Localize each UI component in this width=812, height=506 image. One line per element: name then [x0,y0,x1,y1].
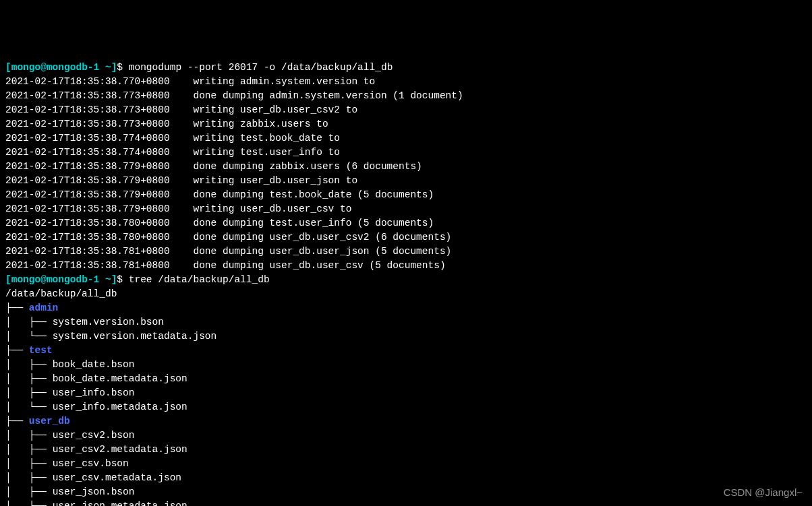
tree-branch-icon: │ ├── [5,444,53,455]
terminal-line: [mongo@mongodb-1 ~]$ tree /data/backup/a… [5,273,807,287]
terminal-line: 2021-02-17T18:35:38.779+0800 writing use… [5,174,807,188]
terminal-line: │ ├── system.version.bson [5,315,807,329]
shell-prompt: [mongo@mongodb-1 ~]$ [5,274,129,285]
tree-branch-icon: │ └── [5,402,53,412]
terminal-line: 2021-02-17T18:35:38.779+0800 done dumpin… [5,188,807,202]
terminal-line: │ └── user_json.metadata.json [5,499,807,506]
terminal-line: 2021-02-17T18:35:38.781+0800 done dumpin… [5,259,807,273]
prompt-user: mongo [11,274,41,285]
terminal-line: │ ├── user_csv2.metadata.json [5,443,807,457]
log-message: writing zabbix.users to [193,119,328,129]
tree-branch-icon: │ ├── [5,387,53,398]
tree-file: user_csv2.bson [53,430,135,441]
prompt-at: @ [40,62,47,73]
prompt-host: mongodb-1 [47,62,99,73]
log-timestamp: 2021-02-17T18:35:38.779+0800 [5,189,170,200]
prompt-open: [ [5,274,11,285]
tree-file: system.version.metadata.json [53,331,217,342]
tree-file: system.version.bson [53,317,164,327]
terminal-line: │ ├── user_json.bson [5,485,807,499]
terminal-line: │ ├── book_date.metadata.json [5,372,807,386]
log-timestamp: 2021-02-17T18:35:38.779+0800 [5,203,170,214]
shell-prompt: [mongo@mongodb-1 ~]$ [5,62,129,73]
terminal-line: 2021-02-17T18:35:38.774+0800 writing tes… [5,146,807,160]
tree-branch-icon: ├── [5,345,29,356]
tree-file: book_date.metadata.json [53,373,187,384]
log-timestamp: 2021-02-17T18:35:38.780+0800 [5,232,170,243]
command-input[interactable]: tree /data/backup/all_db [129,274,270,285]
log-message: writing test.book_date to [193,133,340,144]
terminal-line: │ ├── user_csv2.bson [5,429,807,443]
tree-file: user_csv.bson [53,458,129,469]
tree-root: /data/backup/all_db [5,288,117,299]
tree-branch-icon: │ ├── [5,486,53,497]
terminal-line: │ ├── user_csv.bson [5,457,807,471]
tree-branch-icon: │ └── [5,331,53,342]
tree-branch-icon: │ ├── [5,373,53,384]
tree-branch-icon: │ ├── [5,317,53,327]
log-message: done dumping test.user_info (5 documents… [193,218,434,228]
terminal-line: ├── admin [5,301,807,315]
log-timestamp: 2021-02-17T18:35:38.781+0800 [5,260,170,271]
log-message: done dumping user_db.user_csv (5 documen… [193,260,445,271]
terminal-line: │ └── system.version.metadata.json [5,329,807,344]
terminal-line: │ ├── user_csv.metadata.json [5,471,807,485]
log-timestamp: 2021-02-17T18:35:38.781+0800 [5,246,170,257]
tree-branch-icon: │ ├── [5,458,53,469]
log-timestamp: 2021-02-17T18:35:38.779+0800 [5,175,170,186]
log-timestamp: 2021-02-17T18:35:38.780+0800 [5,218,170,228]
terminal-line: 2021-02-17T18:35:38.770+0800 writing adm… [5,75,807,89]
terminal-line: 2021-02-17T18:35:38.774+0800 writing tes… [5,131,807,146]
terminal-line: 2021-02-17T18:35:38.773+0800 writing use… [5,103,807,117]
tree-dir: user_db [29,416,70,426]
terminal-line: │ ├── user_info.bson [5,386,807,400]
prompt-cwd: ~ [105,274,111,285]
tree-dir: admin [29,303,59,313]
log-message: writing test.user_info to [193,147,340,158]
tree-branch-icon: │ ├── [5,472,53,483]
prompt-cwd: ~ [105,62,111,73]
prompt-dollar: $ [117,274,128,285]
tree-branch-icon: │ ├── [5,359,53,370]
command-input[interactable]: mongodump --port 26017 -o /data/backup/a… [129,62,393,73]
log-timestamp: 2021-02-17T18:35:38.779+0800 [5,161,170,172]
log-message: writing admin.system.version to [193,76,375,87]
terminal-line: 2021-02-17T18:35:38.779+0800 writing use… [5,202,807,216]
log-message: done dumping user_db.user_csv2 (6 docume… [193,232,451,243]
log-message: writing user_db.user_json to [193,175,357,186]
log-message: done dumping user_db.user_json (5 docume… [193,246,451,257]
prompt-dollar: $ [117,62,128,73]
log-message: writing user_db.user_csv to [193,203,351,214]
terminal-line: /data/backup/all_db [5,287,807,301]
tree-file: user_csv2.metadata.json [53,444,187,455]
terminal-line: │ └── user_info.metadata.json [5,400,807,414]
terminal-line: ├── test [5,344,807,358]
tree-file: user_json.bson [53,486,135,497]
tree-file: user_info.bson [53,387,135,398]
prompt-user: mongo [11,62,41,73]
log-timestamp: 2021-02-17T18:35:38.773+0800 [5,119,170,129]
log-message: writing user_db.user_csv2 to [193,104,357,115]
tree-file: user_info.metadata.json [53,402,187,412]
terminal-line: 2021-02-17T18:35:38.779+0800 done dumpin… [5,160,807,174]
terminal-line: │ ├── book_date.bson [5,358,807,372]
tree-branch-icon: │ ├── [5,430,53,441]
tree-file: user_json.metadata.json [53,501,187,506]
tree-branch-icon: ├── [5,303,29,313]
watermark-text: CSDN @Jiangxl~ [724,485,803,499]
tree-file: user_csv.metadata.json [53,472,181,483]
terminal-line: ├── user_db [5,414,807,429]
terminal-output[interactable]: [mongo@mongodb-1 ~]$ mongodump --port 26… [5,61,807,506]
prompt-at: @ [40,274,47,285]
tree-file: book_date.bson [53,359,135,370]
log-timestamp: 2021-02-17T18:35:38.773+0800 [5,104,170,115]
log-message: done dumping admin.system.version (1 doc… [193,90,463,101]
log-timestamp: 2021-02-17T18:35:38.773+0800 [5,90,170,101]
tree-branch-icon: │ └── [5,501,53,506]
terminal-line: 2021-02-17T18:35:38.773+0800 writing zab… [5,117,807,131]
terminal-line: 2021-02-17T18:35:38.781+0800 done dumpin… [5,245,807,259]
terminal-line: 2021-02-17T18:35:38.780+0800 done dumpin… [5,230,807,245]
log-timestamp: 2021-02-17T18:35:38.774+0800 [5,147,170,158]
tree-branch-icon: ├── [5,416,29,426]
log-timestamp: 2021-02-17T18:35:38.774+0800 [5,133,170,144]
